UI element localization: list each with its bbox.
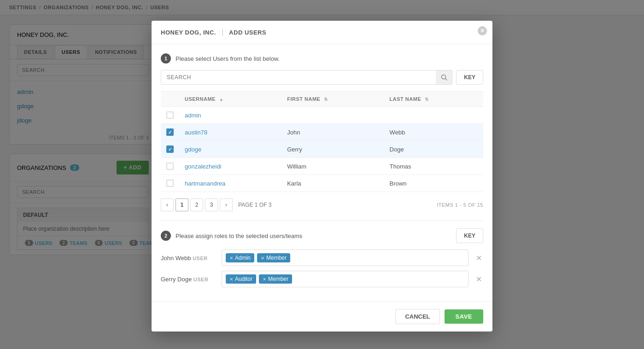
step2-section: 2 Please assign roles to the selected us… — [161, 221, 483, 287]
col-checkbox — [161, 92, 179, 107]
role-assignment-row: Gerry Doge USER ✕ Auditor ✕ Member ✕ — [161, 271, 483, 287]
step1-number: 1 — [161, 53, 171, 64]
table-row[interactable]: gonzalezheidi William Thomas — [161, 158, 483, 175]
role-user-type: USER — [193, 256, 208, 261]
role-tags-wrap[interactable]: ✕ Auditor ✕ Member — [222, 271, 468, 287]
page-1-button[interactable]: 1 — [176, 198, 188, 211]
step2-label: 2 Please assign roles to the selected us… — [161, 231, 302, 241]
row-checkbox[interactable] — [166, 128, 174, 136]
modal-search-row: KEY — [161, 70, 483, 85]
row-checkbox[interactable] — [166, 111, 174, 119]
row-checkbox[interactable] — [166, 145, 174, 153]
lastname-sort-icon: ⇅ — [425, 97, 429, 102]
cell-lastname: Thomas — [384, 158, 483, 175]
cell-lastname: Webb — [384, 124, 483, 141]
role-tag[interactable]: ✕ Admin — [226, 253, 254, 262]
search-icon-button[interactable] — [436, 70, 452, 85]
role-tag-remove[interactable]: ✕ — [229, 256, 233, 261]
step2-key-button[interactable]: KEY — [456, 228, 483, 243]
cell-username: gdoge — [179, 141, 281, 158]
role-tag-label: Admin — [235, 255, 251, 261]
cell-lastname — [384, 107, 483, 124]
row-checkbox[interactable] — [166, 163, 174, 170]
modal-title: ADD USERS — [229, 29, 266, 36]
role-remove-button[interactable]: ✕ — [474, 274, 483, 284]
page-2-button[interactable]: 2 — [190, 198, 203, 211]
cell-firstname: Karla — [281, 175, 384, 192]
cell-username: austin78 — [179, 124, 281, 141]
firstname-sort-icon: ⇅ — [324, 97, 328, 102]
username-sort-icon: ▲ — [219, 97, 224, 102]
save-button[interactable]: SAVE — [445, 309, 483, 324]
pagination-row: ‹ 1 2 3 › PAGE 1 OF 3 ITEMS 1 - 5 OF 15 — [161, 198, 483, 211]
cell-username: gonzalezheidi — [179, 158, 281, 175]
cell-firstname: William — [281, 158, 384, 175]
cancel-button[interactable]: CANCEL — [395, 309, 439, 324]
modal-close-button[interactable]: ✕ — [478, 26, 487, 35]
step2-number: 2 — [161, 231, 171, 241]
role-tags-wrap[interactable]: ✕ Admin ✕ Member — [222, 250, 468, 266]
role-tag-label: Auditor — [235, 276, 252, 282]
add-users-modal: HONEY DOG, INC. | ADD USERS ✕ 1 Please s… — [152, 21, 492, 332]
modal-search-wrap — [161, 70, 452, 85]
modal-footer: CANCEL SAVE — [152, 301, 492, 332]
prev-page-button[interactable]: ‹ — [161, 198, 174, 211]
modal-header: HONEY DOG, INC. | ADD USERS ✕ — [152, 21, 492, 44]
step2-header: 2 Please assign roles to the selected us… — [161, 228, 483, 243]
col-lastname[interactable]: LAST NAME ⇅ — [384, 92, 483, 107]
table-row[interactable]: hartmanandrea Karla Brown — [161, 175, 483, 192]
cell-username: admin — [179, 107, 281, 124]
page-3-button[interactable]: 3 — [205, 198, 218, 211]
modal-search-input[interactable] — [161, 70, 452, 85]
user-table: USERNAME ▲ FIRST NAME ⇅ LAST NAME ⇅ — [161, 91, 483, 192]
role-tag-remove[interactable]: ✕ — [263, 277, 266, 282]
pagination-left: ‹ 1 2 3 › PAGE 1 OF 3 — [161, 198, 271, 211]
role-assignment-row: John Webb USER ✕ Admin ✕ Member ✕ — [161, 250, 483, 266]
role-remove-button[interactable]: ✕ — [474, 253, 483, 262]
cell-lastname: Brown — [384, 175, 483, 192]
row-checkbox[interactable] — [166, 180, 174, 187]
cell-lastname: Doge — [384, 141, 483, 158]
cell-firstname: John — [281, 124, 384, 141]
col-username[interactable]: USERNAME ▲ — [179, 92, 281, 107]
role-tag[interactable]: ✕ Member — [257, 253, 290, 262]
table-row[interactable]: austin78 John Webb — [161, 124, 483, 141]
role-tag-label: Member — [266, 255, 287, 261]
role-tag[interactable]: ✕ Auditor — [226, 274, 256, 284]
cell-firstname: Gerry — [281, 141, 384, 158]
items-info-label: ITEMS 1 - 5 OF 15 — [437, 202, 483, 208]
modal-overlay: HONEY DOG, INC. | ADD USERS ✕ 1 Please s… — [0, 0, 644, 349]
modal-header-sep: | — [222, 28, 223, 36]
table-row[interactable]: admin — [161, 107, 483, 124]
cell-firstname — [281, 107, 384, 124]
role-rows: John Webb USER ✕ Admin ✕ Member ✕ Gerry … — [161, 250, 483, 287]
role-tag-label: Member — [268, 276, 288, 282]
page-info-label: PAGE 1 OF 3 — [238, 202, 271, 208]
role-user-name: John Webb USER — [161, 255, 216, 262]
cell-username: hartmanandrea — [179, 175, 281, 192]
role-tag-remove[interactable]: ✕ — [261, 256, 264, 261]
modal-body: 1 Please select Users from the list belo… — [152, 44, 492, 301]
role-user-type: USER — [193, 277, 209, 282]
table-row[interactable]: gdoge Gerry Doge — [161, 141, 483, 158]
role-tag-remove[interactable]: ✕ — [229, 277, 233, 282]
next-page-button[interactable]: › — [220, 198, 233, 211]
step1-text: Please select Users from the list below. — [176, 55, 280, 62]
modal-org-name: HONEY DOG, INC. — [161, 29, 216, 36]
svg-line-1 — [445, 79, 447, 81]
role-tag[interactable]: ✕ Member — [259, 274, 292, 284]
step2-text: Please assign roles to the selected user… — [176, 233, 302, 239]
col-firstname[interactable]: FIRST NAME ⇅ — [281, 92, 384, 107]
key-button[interactable]: KEY — [456, 70, 483, 85]
step1-label: 1 Please select Users from the list belo… — [161, 53, 483, 64]
role-user-name: Gerry Doge USER — [161, 276, 216, 283]
